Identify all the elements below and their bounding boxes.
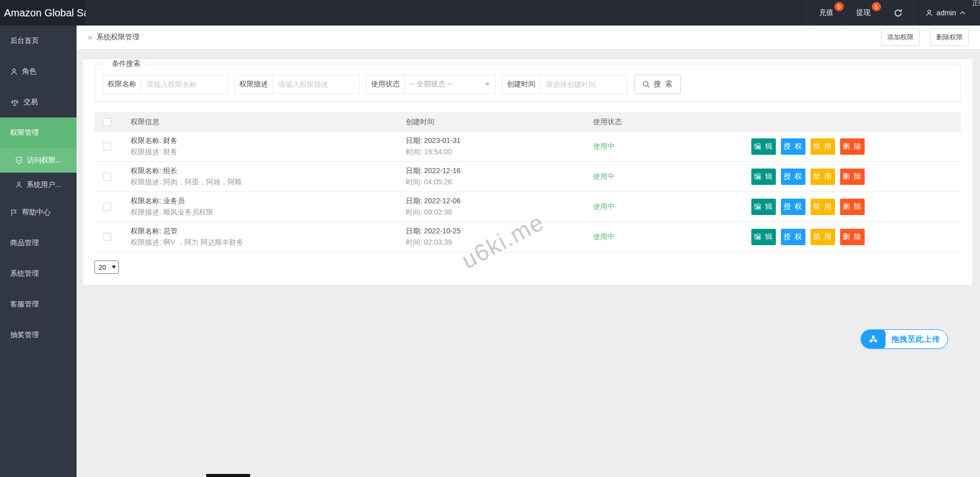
date-value: 2022-12-06 xyxy=(424,197,461,205)
withdraw-badge: 5 xyxy=(872,2,881,11)
sidebar-item-products[interactable]: 商品管理 xyxy=(0,228,77,258)
perm-name-label: 权限名称: xyxy=(131,166,163,175)
usage-status-label: 使用状态 xyxy=(366,75,405,94)
perm-name-label: 权限名称: xyxy=(131,136,163,145)
authorize-button[interactable]: 授 权 xyxy=(781,169,805,185)
page-size-select[interactable]: 20 xyxy=(94,260,119,274)
time-value: 04:05:26 xyxy=(424,178,452,186)
scales-icon xyxy=(10,99,19,106)
permission-desc-input[interactable] xyxy=(273,75,360,94)
permission-desc-label: 权限描述 xyxy=(234,75,273,94)
disable-button[interactable]: 禁 用 xyxy=(811,229,835,245)
perm-desc: 啊V ，阿力 阿达顺丰财务 xyxy=(163,238,243,246)
perm-name: 业务员 xyxy=(163,197,185,205)
status-badge: 使用中 xyxy=(593,202,615,211)
sidebar-item-label: 访问权限... xyxy=(27,156,62,165)
breadcrumb-bar: » 系统权限管理 添加权限 删除权限 xyxy=(77,26,980,49)
edit-button[interactable]: 编 辑 xyxy=(751,199,776,215)
sidebar-item-support[interactable]: 客服管理 xyxy=(0,289,77,320)
select-all-checkbox[interactable] xyxy=(103,118,111,126)
add-permission-button[interactable]: 添加权限 xyxy=(881,29,920,46)
row-checkbox[interactable] xyxy=(103,142,111,151)
field-create-time: 创建时间 xyxy=(502,75,627,94)
time-value: 19:54:00 xyxy=(424,148,452,156)
date-value: 2022-10-25 xyxy=(424,227,461,235)
sidebar-item-lottery[interactable]: 抽奖管理 xyxy=(0,320,77,350)
header-nav: 充值 0 提现 5 正版 admin xyxy=(807,0,980,26)
edit-button[interactable]: 编 辑 xyxy=(751,138,776,155)
sidebar-item-system[interactable]: 系统管理 xyxy=(0,258,77,289)
perm-desc: 阿肉，阿歪，阿雄，阿顺 xyxy=(163,178,242,186)
authorize-button[interactable]: 授 权 xyxy=(781,199,805,215)
sidebar-item-label: 后台首页 xyxy=(10,36,39,45)
search-panel-legend: 条件搜索 xyxy=(107,59,145,68)
edit-button[interactable]: 编 辑 xyxy=(751,169,776,185)
row-checkbox[interactable] xyxy=(103,173,111,181)
perm-name-label: 权限名称: xyxy=(131,197,163,205)
perm-name: 总管 xyxy=(163,227,178,235)
search-button-label: 搜 索 xyxy=(654,80,673,89)
permission-name-input[interactable] xyxy=(141,75,228,94)
perm-desc-label: 权限描述: xyxy=(131,238,163,246)
app-logo: Amazon Global Sales... xyxy=(0,0,86,26)
time-label: 时间: xyxy=(406,208,424,216)
user-name: admin xyxy=(937,9,956,17)
upload-dropzone[interactable]: 拖拽至此上传 xyxy=(861,329,948,349)
withdraw-button[interactable]: 提现 5 xyxy=(845,0,882,26)
perm-desc-label: 权限描述: xyxy=(131,148,163,156)
sidebar-item-access-permissions[interactable]: 访问权限... xyxy=(0,148,77,173)
sidebar-item-label: 商品管理 xyxy=(10,238,39,248)
sidebar-group-permissions[interactable]: 权限管理 xyxy=(0,117,77,148)
sidebar-item-label: 系统用户... xyxy=(27,180,61,189)
create-time-label: 创建时间 xyxy=(502,75,541,94)
authorize-button[interactable]: 授 权 xyxy=(781,138,805,155)
page-size-wrap: 20 xyxy=(94,260,119,274)
perm-name-label: 权限名称: xyxy=(131,227,163,235)
delete-button[interactable]: 删 除 xyxy=(840,199,865,215)
date-label: 日期: xyxy=(406,197,424,205)
refresh-button[interactable] xyxy=(882,0,914,26)
search-form: 权限名称 权限描述 使用状态 -- 全部状态 -- 创建时间 xyxy=(103,75,953,94)
sidebar-item-roles[interactable]: 角色 xyxy=(0,56,77,87)
sidebar-item-home[interactable]: 后台首页 xyxy=(0,26,77,56)
flag-icon xyxy=(10,209,18,217)
refresh-icon xyxy=(894,9,902,17)
disable-button[interactable]: 禁 用 xyxy=(811,169,835,185)
sidebar-item-label: 权限管理 xyxy=(10,128,39,137)
col-header-info: 权限信息 xyxy=(131,117,159,127)
chevron-down-icon xyxy=(485,83,490,86)
time-label: 时间: xyxy=(406,238,424,246)
field-permission-name: 权限名称 xyxy=(103,75,228,94)
table-header: 权限信息 创建时间 使用状态 xyxy=(94,112,961,132)
status-badge: 使用中 xyxy=(593,172,615,181)
recharge-button[interactable]: 充值 0 xyxy=(807,0,845,26)
delete-button[interactable]: 删 除 xyxy=(840,169,865,185)
page-title: 系统权限管理 xyxy=(96,33,139,42)
edit-button[interactable]: 编 辑 xyxy=(751,229,776,245)
sidebar-item-system-users[interactable]: 系统用户... xyxy=(0,173,77,197)
user-icon xyxy=(15,181,22,188)
recharge-badge: 0 xyxy=(835,2,844,11)
authorize-button[interactable]: 授 权 xyxy=(781,229,805,245)
row-checkbox[interactable] xyxy=(103,233,111,241)
delete-button[interactable]: 删 除 xyxy=(840,229,865,245)
row-checkbox[interactable] xyxy=(103,203,111,211)
time-value: 09:02:38 xyxy=(424,208,452,216)
time-value: 02:03:39 xyxy=(424,238,452,246)
create-time-input[interactable] xyxy=(541,75,627,94)
disable-button[interactable]: 禁 用 xyxy=(811,138,835,155)
disable-button[interactable]: 禁 用 xyxy=(811,199,835,215)
cloud-cluster-icon xyxy=(861,329,886,349)
date-label: 日期: xyxy=(406,227,424,235)
search-button[interactable]: 搜 索 xyxy=(634,75,681,94)
sidebar-item-help-center[interactable]: 帮助中心 xyxy=(0,197,77,228)
search-icon xyxy=(642,80,650,88)
time-label: 时间: xyxy=(406,148,424,156)
sidebar-item-label: 交易 xyxy=(23,98,38,107)
sidebar-item-transactions[interactable]: 交易 xyxy=(0,87,77,117)
time-label: 时间: xyxy=(406,178,424,186)
user-menu[interactable]: 正版 admin xyxy=(914,0,980,26)
delete-permission-button[interactable]: 删除权限 xyxy=(930,29,969,46)
delete-button[interactable]: 删 除 xyxy=(840,138,865,155)
usage-status-select[interactable]: -- 全部状态 -- xyxy=(405,75,496,94)
